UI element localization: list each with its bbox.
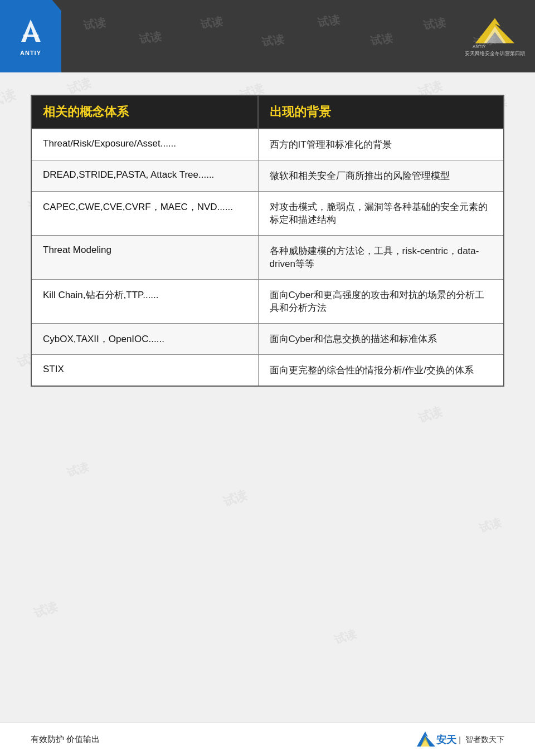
page-watermark-16: 试读 <box>221 486 250 510</box>
table-cell-right: 对攻击模式，脆弱点，漏洞等各种基础的安全元素的标定和描述结构 <box>258 192 504 236</box>
footer: 有效防护 价值输出 安天 | 智者数天下 <box>0 723 535 756</box>
table-cell-left: STIX <box>31 355 258 387</box>
main-content: 相关的概念体系 出现的背景 Threat/Risk/Exposure/Asset… <box>0 72 535 403</box>
table-row: Kill Chain,钻石分析,TTP......面向Cyber和更高强度的攻击… <box>31 280 504 324</box>
page-watermark-18: 试读 <box>31 598 60 622</box>
table-row: CybOX,TAXII，OpenIOC......面向Cyber和信息交换的描述… <box>31 324 504 355</box>
footer-tagline: 有效防护 价值输出 <box>31 734 100 745</box>
header-watermark-6: 试读 <box>369 31 394 50</box>
page-watermark-19: 试读 <box>333 626 359 648</box>
table-cell-left: Threat Modeling <box>31 236 258 280</box>
table-cell-left: CybOX,TAXII，OpenIOC...... <box>31 324 258 355</box>
header-brand: ANTIY 安天网络安全冬训营第四期 <box>465 16 525 57</box>
table-row: STIX面向更完整的综合性的情报分析/作业/交换的体系 <box>31 355 504 387</box>
table-cell-right: 面向Cyber和更高强度的攻击和对抗的场景的分析工具和分析方法 <box>258 280 504 324</box>
page-watermark-17: 试读 <box>478 515 504 536</box>
table-row: CAPEC,CWE,CVE,CVRF，MAEC，NVD......对攻击模式，脆… <box>31 192 504 236</box>
page-watermark-15: 试读 <box>65 459 91 481</box>
table-header-row: 相关的概念体系 出现的背景 <box>31 95 504 129</box>
table-cell-right: 微软和相关安全厂商所推出的风险管理模型 <box>258 160 504 192</box>
header: ANTIY 试读 试读 试读 试读 试读 试读 试读 试读 ANTIY 安天网络… <box>0 0 535 72</box>
header-watermark-5: 试读 <box>317 12 341 31</box>
header-watermark-3: 试读 <box>200 14 224 33</box>
logo-icon <box>16 17 46 47</box>
table-cell-right: 各种威胁建模的方法论，工具，risk-centric，data-driven等等 <box>258 236 504 280</box>
footer-logo-text: 安天 <box>436 733 456 747</box>
header-watermark-7: 试读 <box>422 15 447 34</box>
header-watermark-4: 试读 <box>261 32 285 51</box>
table-cell-left: Threat/Risk/Exposure/Asset...... <box>31 129 258 160</box>
table-cell-left: CAPEC,CWE,CVE,CVRF，MAEC，NVD...... <box>31 192 258 236</box>
header-watermark-1: 试读 <box>82 15 107 34</box>
svg-rect-2 <box>23 35 38 37</box>
col2-header: 出现的背景 <box>258 95 504 129</box>
col1-header: 相关的概念体系 <box>31 95 258 129</box>
header-watermark-area: 试读 试读 试读 试读 试读 试读 试读 试读 ANTIY 安天网络安全冬训营第… <box>61 0 535 72</box>
header-watermark-2: 试读 <box>138 29 163 48</box>
table-cell-right: 面向更完整的综合性的情报分析/作业/交换的体系 <box>258 355 504 387</box>
footer-brand: 安天 | 智者数天下 <box>414 730 504 749</box>
concept-table: 相关的概念体系 出现的背景 Threat/Risk/Exposure/Asset… <box>31 95 504 387</box>
table-row: Threat/Risk/Exposure/Asset......西方的IT管理和… <box>31 129 504 160</box>
footer-brand-icon <box>414 730 436 749</box>
logo-text: ANTIY <box>20 50 41 56</box>
brand-logo-icon: ANTIY <box>470 16 520 49</box>
table-row: Threat Modeling各种威胁建模的方法论，工具，risk-centri… <box>31 236 504 280</box>
table-cell-left: Kill Chain,钻石分析,TTP...... <box>31 280 258 324</box>
table-row: DREAD,STRIDE,PASTA, Attack Tree......微软和… <box>31 160 504 192</box>
logo-block: ANTIY <box>0 0 61 72</box>
svg-text:ANTIY: ANTIY <box>473 44 486 49</box>
table-cell-left: DREAD,STRIDE,PASTA, Attack Tree...... <box>31 160 258 192</box>
page-watermark-14: 试读 <box>416 403 445 427</box>
header-brand-text: 安天网络安全冬训营第四期 <box>465 50 525 57</box>
table-cell-right: 西方的IT管理和标准化的背景 <box>258 129 504 160</box>
table-cell-right: 面向Cyber和信息交换的描述和标准体系 <box>258 324 504 355</box>
footer-slogan: 智者数天下 <box>465 735 504 745</box>
